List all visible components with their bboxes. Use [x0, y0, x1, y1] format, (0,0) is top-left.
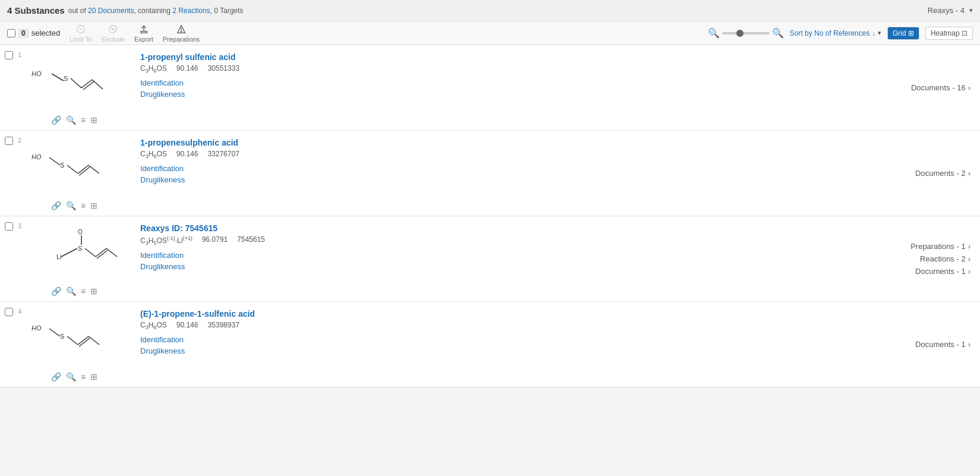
substance-links-3: Identification Druglikeness [140, 251, 852, 271]
row-checkbox-1[interactable] [5, 51, 13, 59]
row-right-2: Documents - 2 › [861, 131, 980, 216]
zoom-icon-3[interactable]: 🔍 [66, 286, 76, 296]
molecule-structure-2: HO S [27, 137, 122, 196]
grid-icon: ⊞ [908, 29, 914, 37]
documents-link[interactable]: 20 Documents [88, 7, 134, 15]
svg-line-13 [71, 78, 81, 88]
grid-icon-3[interactable]: ⊞ [90, 286, 97, 296]
row-checkbox-2[interactable] [5, 137, 13, 145]
id-text-3: 7545615 [237, 235, 265, 246]
substances-list: 1 HO S 🔗 🔍 ≡ ⊞ 1-pro [0, 45, 980, 387]
zoom-icon-1[interactable]: 🔍 [66, 115, 76, 125]
svg-point-9 [181, 31, 181, 31]
selected-count: 0 [18, 29, 29, 38]
svg-line-19 [49, 157, 60, 165]
row-right-1: Documents - 16 › [861, 45, 980, 130]
sort-desc-icon[interactable]: ↓ [872, 30, 875, 37]
table-row: 3 O S Li 🔗 🔍 ≡ ⊞ Reaxys ID: 75 [0, 216, 980, 302]
molecule-structure-3: O S Li [27, 222, 122, 282]
link-icon-1[interactable]: 🔗 [51, 115, 61, 125]
grid-icon-1[interactable]: ⊞ [90, 115, 97, 125]
grid-view-button[interactable]: Grid ⊞ [888, 27, 919, 39]
molecule-tools-1: 🔗 🔍 ≡ ⊞ [51, 113, 97, 127]
druglikeness-link-3[interactable]: Druglikeness [140, 262, 852, 271]
substance-name-1[interactable]: 1-propenyl sulfenic acid [140, 52, 852, 62]
table-row: 1 HO S 🔗 🔍 ≡ ⊞ 1-pro [0, 45, 980, 131]
sort-label[interactable]: Sort by No of References [790, 29, 870, 37]
page-title: 4 Substances [7, 5, 65, 15]
limit-to-button[interactable]: Limit To [70, 24, 92, 43]
documents-link-3[interactable]: Documents - 1 › [915, 267, 970, 276]
preparations-button[interactable]: Preparations [163, 24, 200, 43]
documents-link-2[interactable]: Documents - 2 › [915, 169, 970, 178]
sort-area: Sort by No of References ↓ ▾ [790, 29, 881, 37]
menu-icon-3[interactable]: ≡ [81, 286, 86, 296]
druglikeness-link-4[interactable]: Druglikeness [140, 346, 852, 355]
export-button[interactable]: Export [134, 24, 153, 43]
mw-text-3: 96.0791 [202, 235, 228, 246]
reaxys-label: Reaxys - 4 [928, 6, 965, 15]
svg-line-11 [52, 74, 64, 81]
row-checkbox-3[interactable] [5, 222, 13, 231]
molecule-tools-3: 🔗 🔍 ≡ ⊞ [51, 284, 97, 298]
svg-text:S: S [60, 162, 64, 169]
identification-link-1[interactable]: Identification [140, 78, 852, 87]
zoom-icon-4[interactable]: 🔍 [66, 372, 76, 382]
link-icon-4[interactable]: 🔗 [51, 372, 61, 382]
reactions-link-3[interactable]: Reactions - 2 › [920, 254, 970, 263]
molecule-tools-2: 🔗 🔍 ≡ ⊞ [51, 198, 97, 213]
menu-icon-4[interactable]: ≡ [81, 372, 86, 382]
zoom-out-icon[interactable]: 🔍 [708, 27, 720, 39]
svg-text:HO: HO [31, 153, 42, 160]
targets-text: 0 Targets [214, 7, 243, 15]
svg-rect-6 [140, 31, 147, 33]
svg-line-28 [85, 248, 96, 257]
grid-icon-2[interactable]: ⊞ [90, 201, 97, 210]
svg-text:HO: HO [31, 70, 42, 77]
substance-formula-2: C3H6OS 90.146 33276707 [140, 150, 852, 159]
substance-name-2[interactable]: 1-propenesulphenic acid [140, 138, 852, 147]
preparations-link-3[interactable]: Preparations - 1 › [910, 242, 970, 251]
zoom-in-icon[interactable]: 🔍 [772, 27, 784, 39]
reactions-link[interactable]: 2 Reactions [172, 7, 210, 15]
druglikeness-link-2[interactable]: Druglikeness [140, 175, 852, 184]
exclude-button[interactable]: Exclude [102, 24, 125, 43]
identification-link-4[interactable]: Identification [140, 335, 852, 344]
grid-icon-4[interactable]: ⊞ [90, 372, 97, 382]
svg-text:Li: Li [56, 253, 62, 260]
menu-icon-1[interactable]: ≡ [81, 115, 86, 125]
molecule-area-1: HO S 🔗 🔍 ≡ ⊞ [18, 45, 131, 130]
svg-text:S: S [64, 75, 68, 82]
link-icon-2[interactable]: 🔗 [51, 201, 61, 210]
reaxys-dropdown-icon[interactable]: ▾ [969, 7, 973, 14]
substance-formula-4: C3H6OS 90.146 35398937 [140, 321, 852, 330]
heatmap-button[interactable]: Heatmap ⊡ [925, 27, 973, 40]
zoom-icon-2[interactable]: 🔍 [66, 201, 76, 210]
substance-info-4: (E)-1-propene-1-sulfenic acid C3H6OS 90.… [131, 302, 861, 387]
row-checkbox-4[interactable] [5, 308, 13, 316]
molecule-area-3: O S Li 🔗 🔍 ≡ ⊞ [18, 216, 131, 301]
svg-text:S: S [78, 245, 82, 252]
chevron-right-icon-3c: › [968, 267, 970, 276]
sort-dropdown-icon[interactable]: ▾ [878, 29, 881, 37]
documents-link-1[interactable]: Documents - 16 › [911, 83, 970, 92]
substance-name-4[interactable]: (E)-1-propene-1-sulfenic acid [140, 309, 852, 319]
chevron-right-icon-2: › [968, 169, 970, 178]
substance-name-3[interactable]: Reaxys ID: 7545615 [140, 223, 852, 233]
molecule-area-4: HO S 🔗 🔍 ≡ ⊞ [18, 302, 131, 387]
id-text-2: 33276707 [207, 150, 239, 159]
druglikeness-link-1[interactable]: Druglikeness [140, 90, 852, 99]
svg-text:S: S [60, 333, 64, 340]
select-all-checkbox[interactable] [7, 29, 15, 37]
formula-text-2: C3H6OS [140, 150, 167, 159]
identification-link-2[interactable]: Identification [140, 164, 852, 173]
menu-icon-2[interactable]: ≡ [81, 201, 86, 210]
documents-link-4[interactable]: Documents - 1 › [915, 340, 970, 349]
substance-links-1: Identification Druglikeness [140, 78, 852, 99]
identification-link-3[interactable]: Identification [140, 251, 852, 260]
svg-line-31 [106, 248, 117, 257]
formula-text-4: C3H6OS [140, 321, 167, 330]
zoom-slider[interactable] [722, 32, 770, 34]
link-icon-3[interactable]: 🔗 [51, 286, 61, 296]
subtitle-text: out of 20 Documents, containing 2 Reacti… [68, 7, 244, 15]
